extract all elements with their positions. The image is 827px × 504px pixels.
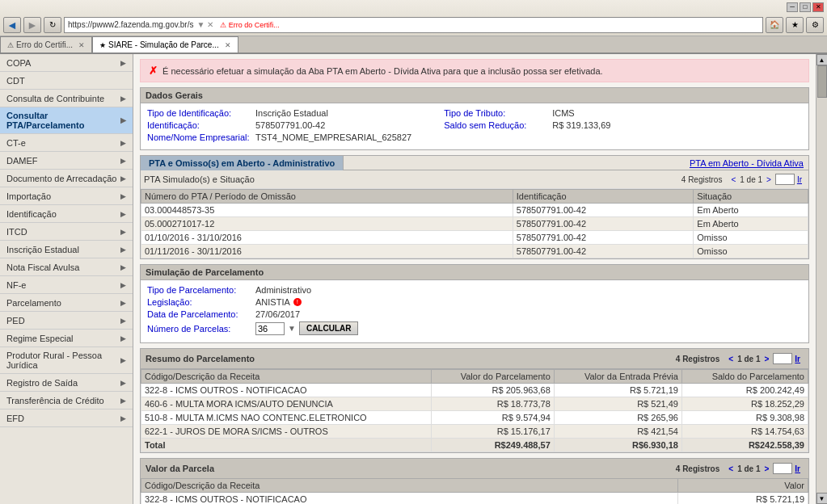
resumo-table-head: Código/Descrição da Receita Valor do Par…	[141, 370, 808, 384]
sidebar-item-copa[interactable]: COPA ▶	[0, 54, 133, 72]
sidebar-label-nfe: NF-e	[6, 280, 26, 290]
sidebar-item-regime-especial[interactable]: Regime Especial ▶	[0, 330, 133, 347]
pta-cell-identificacao: 578507791.00-42	[513, 231, 694, 245]
chevron-icon-efd: ▶	[120, 414, 126, 422]
scrollbar-thumb[interactable]	[817, 65, 827, 98]
tab-close-siare[interactable]: ✕	[225, 41, 231, 49]
resumo-cell-valor-parc: R$ 18.773,78	[431, 397, 554, 411]
sim-tipo-parcelamento: Tipo de Parcelamento: Administrativo	[147, 285, 802, 295]
sidebar-label-cdt: CDT	[6, 76, 25, 86]
sidebar-item-consulta-contribuinte[interactable]: Consulta de Contribuinte ▶	[0, 90, 133, 107]
parcela-input[interactable]	[255, 322, 285, 335]
maximize-button[interactable]: □	[800, 2, 811, 12]
sidebar-item-identificacao[interactable]: Identificação ▶	[0, 205, 133, 223]
vp-table-body: 322-8 - ICMS OUTROS - NOTIFICACAO R$ 5.7…	[141, 493, 808, 505]
sidebar-item-damef[interactable]: DAMEF ▶	[0, 152, 133, 170]
sidebar-label-copa: COPA	[6, 58, 31, 68]
pta-pg-last[interactable]: >	[765, 175, 773, 184]
table-row: 460-6 - MULTA MORA ICMS/AUTO DENUNCIA R$…	[141, 397, 808, 411]
resumo-pg-first[interactable]: <	[727, 355, 735, 363]
resumo-pg-last[interactable]: >	[762, 355, 770, 363]
pta-col-identificacao: Identificação	[513, 190, 694, 204]
sim-value-legislacao: ANISTIA !	[255, 297, 302, 307]
scroll-up-button[interactable]: ▲	[816, 54, 828, 65]
pta-pg-go[interactable]: Ir	[797, 175, 802, 184]
star-button[interactable]: ★	[786, 17, 804, 33]
field-identificacao: Tipo de Tributo: ICMS	[444, 108, 610, 118]
scroll-down-button[interactable]: ▼	[816, 493, 828, 504]
sim-numero-parcelas: Número de Parcelas: ▼ CALCULAR	[147, 321, 802, 335]
sidebar-label-parcelamento: Parcelamento	[6, 298, 61, 308]
pta-pg-input[interactable]: 1	[775, 174, 795, 185]
sidebar-item-nota-fiscal-avulsa[interactable]: Nota Fiscal Avulsa ▶	[0, 258, 133, 276]
resumo-total-entrada: R$6.930,18	[554, 439, 681, 452]
vp-table-head: Código/Descrição da Receita Valor	[141, 479, 808, 493]
sidebar-item-cte[interactable]: CT-e ▶	[0, 134, 133, 152]
valor-parcela-body: Código/Descrição da Receita Valor 322-8 …	[140, 478, 809, 504]
sidebar-item-efd[interactable]: EFD ▶	[0, 410, 133, 427]
pta-tab-administrativo[interactable]: PTA e Omisso(s) em Aberto - Administrati…	[140, 155, 344, 170]
scrollbar-track[interactable]	[816, 65, 828, 493]
tab-icon-siare: ★	[99, 41, 106, 49]
sidebar-item-transferencia-credito[interactable]: Transferência de Crédito ▶	[0, 392, 133, 410]
resumo-pg-go[interactable]: Ir	[795, 355, 800, 363]
vp-pg-input[interactable]: 1	[773, 463, 792, 474]
pta-table-head: Número do PTA / Período de Omissão Ident…	[141, 190, 808, 204]
sidebar-item-itcd[interactable]: ITCD ▶	[0, 223, 133, 241]
address-bar[interactable]: https://pwww2.fazenda.mg.gov.br/s ▼ ✕ ⚠ …	[64, 17, 763, 33]
sidebar-item-documento-arrecadacao[interactable]: Documento de Arrecadação ▶	[0, 170, 133, 187]
resumo-cell-valor-parc: R$ 9.574,94	[431, 411, 554, 425]
url-separator: ▼ ✕	[196, 20, 213, 29]
sidebar-item-importacao[interactable]: Importação ▶	[0, 187, 133, 205]
vp-page-info: 1 de 1	[737, 464, 760, 473]
resumo-cell-entrada: R$ 521,49	[554, 397, 681, 411]
resumo-cell-saldo: R$ 9.308,98	[681, 411, 808, 425]
value-saldo-reducao: R$ 319.133,69	[552, 120, 610, 130]
vp-pg-first[interactable]: <	[727, 464, 735, 473]
minimize-button[interactable]: ─	[787, 2, 798, 12]
sidebar-item-produtor-rural[interactable]: Produtor Rural - Pessoa Jurídica ▶	[0, 347, 133, 374]
sidebar-label-documento-arrecadacao: Documento de Arrecadação	[6, 174, 116, 183]
chevron-icon-nota-fiscal: ▶	[120, 263, 126, 271]
resumo-pg-input[interactable]: 1	[773, 353, 792, 364]
sidebar-item-nfe[interactable]: NF-e ▶	[0, 276, 133, 294]
valor-parcela-title: Valor da Parcela	[146, 464, 214, 473]
back-button[interactable]: ◄	[3, 17, 21, 33]
sidebar-item-cdt[interactable]: CDT	[0, 72, 133, 90]
resumo-total-saldo: R$242.558,39	[681, 439, 808, 452]
sidebar-label-nota-fiscal-avulsa: Nota Fiscal Avulsa	[6, 262, 79, 272]
sidebar-label-registro-saida: Registro de Saída	[6, 378, 78, 388]
sidebar-item-registro-saida[interactable]: Registro de Saída ▶	[0, 374, 133, 392]
vp-col-codigo: Código/Descrição da Receita	[141, 479, 678, 493]
browser-tabs: ⚠ Erro do Certifi... ✕ ★ SIARE - Simulaç…	[0, 36, 827, 54]
vp-pg-last[interactable]: >	[762, 464, 770, 473]
gear-button[interactable]: ⚙	[806, 17, 824, 33]
vp-pg-go[interactable]: Ir	[795, 464, 800, 473]
field-tipo-tributo: Identificação: 578507791.00-42	[147, 120, 411, 130]
tab-siare[interactable]: ★ SIARE - Simulação de Parce... ✕	[92, 36, 238, 52]
sidebar-item-ped[interactable]: PED ▶	[0, 312, 133, 330]
pta-count: 4 Registros	[681, 175, 723, 184]
resumo-pagination: 4 Registros < 1 de 1 > 1 Ir	[673, 351, 804, 366]
sidebar-item-parcelamento[interactable]: Parcelamento ▶	[0, 294, 133, 312]
tab-error-cert[interactable]: ⚠ Erro do Certifi... ✕	[0, 36, 92, 52]
tab-close-error[interactable]: ✕	[78, 41, 85, 49]
close-button[interactable]: ✕	[812, 2, 824, 12]
pta-pg-first[interactable]: <	[729, 175, 737, 184]
calcular-button[interactable]: CALCULAR	[299, 321, 359, 335]
tab-label-siare: SIARE - Simulação de Parce...	[108, 40, 219, 49]
sidebar-label-consulta-contribuinte: Consulta de Contribuinte	[6, 94, 104, 103]
sidebar-item-inscricao-estadual[interactable]: Inscrição Estadual ▶	[0, 241, 133, 258]
tab-icon-error: ⚠	[7, 41, 14, 49]
sidebar: COPA ▶ CDT Consulta de Contribuinte ▶ Co…	[0, 54, 133, 504]
chevron-icon-consulta: ▶	[120, 94, 126, 103]
pta-simulated-label: PTA Simulado(s) e Situação	[144, 174, 255, 184]
pta-page-info: 1 de 1	[740, 175, 762, 184]
pta-link-divida-ativa[interactable]: PTA em Aberto - Dívida Ativa	[690, 158, 804, 168]
resumo-cell-valor-parc: R$ 15.176,17	[431, 425, 554, 439]
forward-button[interactable]: ►	[23, 17, 41, 33]
refresh-button[interactable]: ↻	[44, 17, 61, 33]
home-button[interactable]: 🏠	[766, 17, 783, 33]
tab-label-error: Erro do Certifi...	[16, 40, 73, 49]
sidebar-item-consultar-pta[interactable]: Consultar PTA/Parcelamento ▶	[0, 107, 133, 134]
